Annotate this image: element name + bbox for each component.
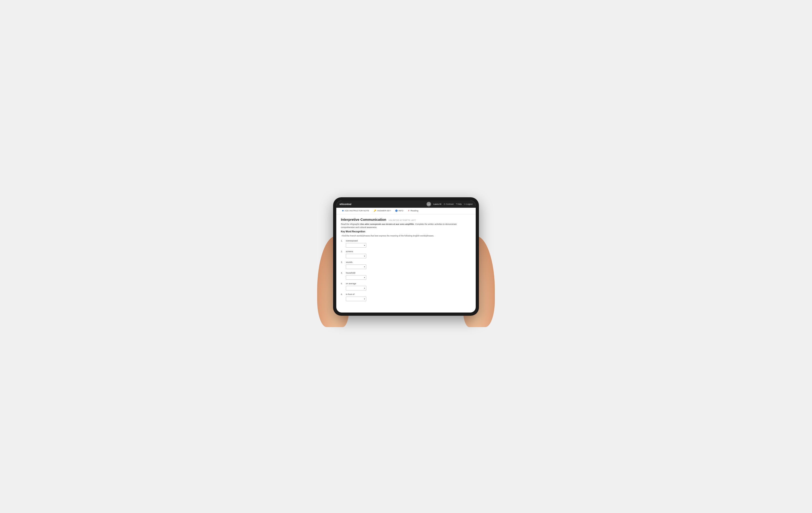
answer-key-label: ANSWER KEY	[377, 210, 391, 212]
title-row: Interpretive Communication UNLIMITED ATT…	[341, 217, 471, 221]
select-wrapper-6: ▾	[346, 296, 366, 301]
brand-logo: vhlcentral	[340, 203, 351, 206]
select-wrapper-3: ▾	[346, 264, 366, 269]
question-label-2: screens	[346, 250, 353, 253]
question-num-2: 2.	[341, 250, 345, 253]
question-num-4: 4.	[341, 272, 345, 274]
user-avatar: LA	[427, 202, 431, 206]
question-item-1: 1. overexposed ▾	[341, 240, 471, 248]
tablet-screen: vhlcentral LA Laura Ali ⊙ Contrast ? Hel…	[336, 201, 476, 312]
description: Read the infographic Des ados surexposés…	[341, 223, 471, 229]
info-label: INFO	[399, 210, 404, 212]
select-wrapper-1: ▾	[346, 243, 366, 248]
dropdown-6[interactable]	[346, 297, 366, 301]
reading-label: Reading	[411, 210, 418, 212]
question-num-1: 1.	[341, 240, 345, 242]
question-list: 1. overexposed ▾ 2. sc	[341, 240, 471, 301]
dropdown-1[interactable]	[346, 243, 366, 248]
question-item-6: 6. in front of ▾	[341, 293, 471, 301]
question-label-3: sounds	[346, 261, 352, 263]
main-content: Interpretive Communication UNLIMITED ATT…	[336, 214, 476, 312]
logout-button[interactable]: ↪ Logout	[464, 203, 472, 205]
question-label-4: household	[346, 272, 355, 274]
secondary-nav: ADD INSTRUCTOR NOTE 🔑 ANSWER KEY i INFO …	[336, 208, 476, 214]
tablet-shell: vhlcentral LA Laura Ali ⊙ Contrast ? Hel…	[333, 197, 479, 316]
dropdown-5[interactable]	[346, 286, 366, 291]
info-tab[interactable]: i INFO	[393, 208, 406, 214]
desc-italic: Des ados surexposés aux écrans et aux so…	[360, 223, 414, 225]
question-label-6: in front of	[346, 293, 354, 296]
question-item-4: 4. household ▾	[341, 272, 471, 280]
question-item-5: 5. on average ▾	[341, 282, 471, 291]
question-num-3: 3.	[341, 261, 345, 263]
info-icon: i	[395, 210, 398, 212]
user-name: Laura Ali	[433, 203, 441, 205]
dropdown-4[interactable]	[346, 275, 366, 280]
question-item-2: 2. screens ▾	[341, 250, 471, 258]
select-wrapper-2: ▾	[346, 253, 366, 258]
page-title: Interpretive Communication	[341, 217, 386, 221]
reading-tab[interactable]: ✗ Reading	[406, 208, 420, 214]
attempts-badge: UNLIMITED ATTEMPTS LEFT	[388, 219, 416, 221]
top-bar-actions: LA Laura Ali ⊙ Contrast ? Help ↪ Logout	[427, 202, 472, 206]
dropdown-2[interactable]	[346, 254, 366, 258]
question-label-1: overexposed	[346, 240, 358, 242]
add-instructor-note-tab[interactable]: ADD INSTRUCTOR NOTE	[340, 208, 371, 214]
question-num-5: 5.	[341, 282, 345, 285]
avatar-initials: LA	[428, 203, 430, 205]
top-bar: vhlcentral LA Laura Ali ⊙ Contrast ? Hel…	[336, 201, 476, 208]
section-title: Key Word Recognition	[341, 230, 471, 233]
select-wrapper-4: ▾	[346, 275, 366, 280]
contrast-button[interactable]: ⊙ Contrast	[443, 203, 454, 205]
reading-icon: ✗	[408, 210, 410, 212]
select-wrapper-5: ▾	[346, 286, 366, 291]
instructions-text: Find the French words/phrases that best …	[341, 235, 471, 237]
dropdown-3[interactable]	[346, 265, 366, 269]
answer-key-tab[interactable]: 🔑 ANSWER KEY	[371, 208, 393, 214]
key-icon: 🔑	[374, 210, 376, 212]
question-label-5: on average	[346, 282, 356, 285]
help-button[interactable]: ? Help	[456, 203, 462, 205]
question-item-3: 3. sounds ▾	[341, 261, 471, 269]
desc-text-1: Read the infographic	[341, 223, 360, 225]
add-instructor-note-label: ADD INSTRUCTOR NOTE	[345, 210, 369, 212]
dot-icon	[342, 210, 344, 211]
question-num-6: 6.	[341, 293, 345, 296]
